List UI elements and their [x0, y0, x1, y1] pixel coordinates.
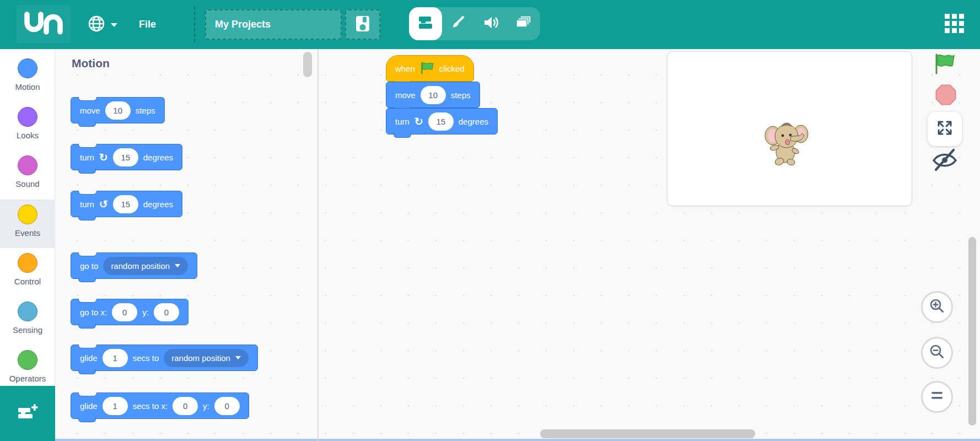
palette-block-goto-xy[interactable]: go to x: 0 y: 0 — [71, 299, 189, 325]
workspace-horizontal-scrollbar[interactable] — [540, 429, 755, 438]
sidebar-item-sensing[interactable]: Sensing — [0, 297, 55, 345]
sidebar-item-events[interactable]: Events — [0, 200, 55, 248]
zoom-reset-button[interactable] — [921, 381, 953, 413]
block-input[interactable]: 1 — [103, 349, 128, 367]
zoom-out-button[interactable] — [921, 337, 953, 369]
block-text: glide — [80, 353, 98, 363]
workspace-bottom-edge — [55, 439, 980, 441]
looks-color-dot — [18, 107, 37, 127]
block-text: go to — [80, 261, 98, 271]
dropdown-value: random position — [111, 261, 170, 271]
tab-costumes-paint[interactable] — [442, 7, 475, 40]
hide-stage-button[interactable] — [931, 148, 959, 174]
sprite-baby-elephant[interactable] — [764, 115, 811, 165]
block-input[interactable]: 10 — [421, 86, 446, 104]
block-dropdown[interactable]: random position — [164, 349, 249, 367]
block-input[interactable]: 0 — [214, 397, 240, 415]
add-extension-button[interactable] — [0, 386, 55, 441]
dropdown-value: random position — [171, 353, 230, 363]
sidebar-item-control[interactable]: Control — [0, 248, 55, 297]
language-selector[interactable] — [87, 13, 126, 36]
topbar-separator — [194, 6, 195, 42]
script-block-turn-clockwise[interactable]: turn ↻ 15 degrees — [386, 108, 498, 135]
block-text: degrees — [143, 200, 173, 209]
block-input[interactable]: 0 — [154, 303, 179, 321]
app-logo[interactable] — [17, 5, 71, 44]
block-text: turn — [395, 117, 410, 126]
block-text: move — [395, 90, 416, 100]
zoom-in-button[interactable] — [921, 291, 953, 323]
block-text: when — [395, 64, 415, 73]
green-flag-icon — [933, 67, 956, 77]
speaker-icon — [482, 15, 500, 33]
top-bar: File My Projects — [0, 0, 980, 49]
paintbrush-icon — [450, 14, 466, 33]
block-input[interactable]: 10 — [105, 101, 131, 120]
sidebar-item-motion[interactable]: Motion — [0, 53, 55, 102]
palette-block-turn-counterclockwise[interactable]: turn ↺ 15 degrees — [71, 191, 182, 217]
code-blocks-icon — [417, 15, 434, 33]
script-block-move-steps[interactable]: move 10 steps — [386, 82, 480, 108]
block-text: y: — [203, 401, 209, 411]
green-flag-button[interactable] — [933, 53, 956, 77]
block-text: turn — [80, 200, 94, 209]
block-text: steps — [136, 106, 155, 115]
block-text: move — [80, 106, 100, 115]
palette-block-glide-xy[interactable]: glide 1 secs to x: 0 y: 0 — [71, 392, 249, 419]
sound-color-dot — [18, 155, 37, 175]
palette-block-glide-menu[interactable]: glide 1 secs to random position — [71, 345, 258, 371]
palette-block-turn-clockwise[interactable]: turn ↻ 15 degrees — [71, 144, 182, 170]
block-input[interactable]: 15 — [113, 148, 138, 166]
block-dropdown[interactable]: random position — [103, 257, 188, 275]
zoom-reset-icon — [930, 390, 944, 404]
backdrops-icon — [515, 15, 532, 33]
block-input[interactable]: 0 — [112, 303, 137, 321]
tab-backdrops[interactable] — [508, 7, 541, 40]
palette-block-move-steps[interactable]: move 10 steps — [71, 97, 165, 123]
rotate-ccw-icon: ↺ — [99, 199, 108, 209]
palette-divider — [317, 49, 319, 441]
fullscreen-button[interactable] — [928, 112, 962, 146]
sidebar-item-looks[interactable]: Looks — [0, 102, 55, 150]
tab-sounds[interactable] — [475, 7, 508, 40]
block-input[interactable]: 0 — [173, 397, 198, 415]
apps-grid-icon — [945, 14, 950, 19]
save-button[interactable] — [345, 9, 380, 40]
block-text: go to x: — [80, 308, 107, 317]
block-text: degrees — [143, 153, 173, 162]
green-flag-icon — [420, 62, 434, 76]
block-text: steps — [451, 90, 471, 100]
apps-grid-button[interactable] — [945, 14, 965, 34]
caret-down-icon — [235, 356, 241, 359]
sensing-color-dot — [18, 302, 37, 321]
block-text: secs to x: — [133, 401, 168, 411]
block-text: turn — [80, 153, 94, 162]
caret-down-icon — [111, 23, 117, 27]
zoom-in-icon — [929, 298, 945, 316]
palette-scrollbar[interactable] — [303, 52, 312, 77]
sidebar-item-sound[interactable]: Sound — [0, 150, 55, 199]
add-blocks-icon — [17, 404, 39, 423]
operators-color-dot — [18, 350, 37, 370]
logo-icon — [22, 9, 65, 39]
zoom-out-icon — [929, 343, 945, 362]
tab-code-blocks[interactable] — [409, 7, 442, 40]
caret-down-icon — [175, 264, 180, 267]
block-input[interactable]: 15 — [428, 112, 454, 131]
block-text: glide — [80, 401, 98, 411]
events-color-dot — [18, 205, 37, 224]
block-categories-sidebar: Motion Looks Sound Events Control Sensin… — [0, 49, 55, 386]
script-block-when-flag-clicked[interactable]: when clicked — [386, 55, 474, 82]
palette-block-goto-menu[interactable]: go to random position — [71, 252, 197, 279]
globe-icon — [87, 14, 106, 35]
file-menu[interactable]: File — [139, 0, 156, 49]
palette-category-header: Motion — [72, 57, 110, 70]
workspace-vertical-scrollbar[interactable] — [968, 237, 976, 426]
editor-mode-toolbar — [409, 7, 540, 40]
project-name-input[interactable]: My Projects — [205, 9, 342, 40]
block-input[interactable]: 1 — [103, 397, 128, 415]
rotate-cw-icon: ↻ — [99, 152, 108, 163]
stop-button[interactable] — [935, 84, 957, 108]
block-input[interactable]: 15 — [113, 195, 138, 213]
motion-color-dot — [18, 58, 37, 78]
